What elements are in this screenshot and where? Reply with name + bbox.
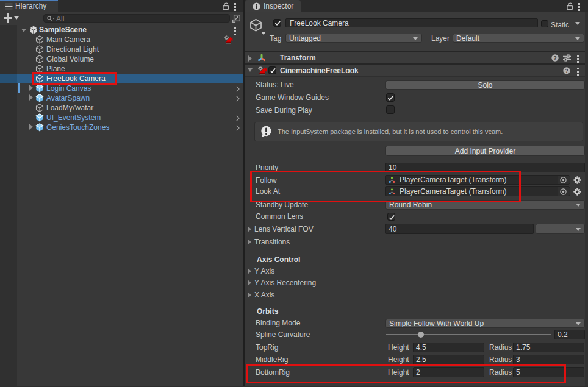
svg-text:?: ? (565, 68, 568, 74)
svg-text:?: ? (553, 55, 556, 61)
